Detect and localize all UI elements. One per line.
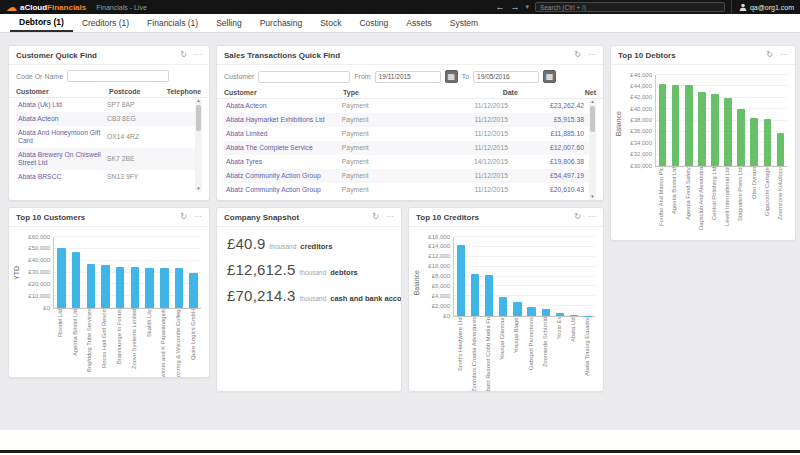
- refresh-icon[interactable]: ↻: [766, 51, 773, 59]
- menu-item-selling[interactable]: Selling: [207, 14, 251, 32]
- user-menu[interactable]: qa@org1.com: [731, 0, 794, 14]
- chart-bar[interactable]: [750, 118, 758, 166]
- calendar-icon[interactable]: ▦: [543, 70, 556, 83]
- y-tick-label: £0: [443, 313, 450, 319]
- chart-bar[interactable]: [724, 98, 732, 166]
- table-row[interactable]: Abata BRSCCSN13 9FY: [16, 170, 202, 184]
- column-header[interactable]: Postcode: [109, 88, 167, 95]
- chart-bar[interactable]: [513, 302, 521, 316]
- table-row[interactable]: Abata ActeonPayment11/12/2015£23,262.42: [224, 99, 596, 113]
- table-row[interactable]: Abata ActeonCB3 8EG: [16, 112, 202, 126]
- main-menu-bar: Debtors (1) Creditors (1) Financials (1)…: [0, 14, 800, 33]
- ellipsis-menu-icon[interactable]: ···: [588, 213, 596, 221]
- chart-bar[interactable]: [57, 248, 66, 308]
- menu-item-financials[interactable]: Financials (1): [138, 14, 207, 32]
- chart-bar[interactable]: [101, 265, 110, 308]
- chart-bar[interactable]: [116, 267, 125, 308]
- chart-bar[interactable]: [175, 268, 184, 308]
- column-header[interactable]: Net: [518, 89, 596, 96]
- table-row[interactable]: Abata LimitedPayment11/12/2015£11,885.10: [224, 127, 596, 141]
- back-arrow-icon[interactable]: ←: [495, 2, 504, 12]
- vertical-scrollbar[interactable]: ▲ ▼: [589, 99, 596, 200]
- y-tick-label: £32,000: [630, 151, 652, 157]
- from-date-input[interactable]: [375, 71, 441, 83]
- refresh-icon[interactable]: ↻: [574, 213, 581, 221]
- menu-item-system[interactable]: System: [441, 14, 487, 32]
- ellipsis-menu-icon[interactable]: ···: [780, 51, 788, 59]
- ellipsis-menu-icon[interactable]: ···: [194, 213, 202, 221]
- bar-cell: [172, 237, 187, 308]
- chart-bar[interactable]: [499, 297, 507, 316]
- bar-cell: [482, 237, 496, 316]
- ellipsis-menu-icon[interactable]: ···: [386, 213, 394, 221]
- menu-item-stock[interactable]: Stock: [311, 14, 350, 32]
- table-cell: £12,007.60: [510, 143, 586, 153]
- table-row[interactable]: Abata Haymarket Exhibitions LtdPayment11…: [224, 113, 596, 127]
- chart-bar[interactable]: [777, 133, 785, 166]
- refresh-icon[interactable]: ↻: [180, 51, 187, 59]
- refresh-icon[interactable]: ↻: [180, 213, 187, 221]
- chart-bar[interactable]: [542, 309, 550, 316]
- chart-bar[interactable]: [72, 252, 81, 308]
- menu-item-debtors[interactable]: Debtors (1): [10, 14, 73, 32]
- app-logo-text-accent[interactable]: Financials: [47, 3, 86, 12]
- app-logo-text[interactable]: aCloud: [20, 3, 47, 12]
- chart-bar[interactable]: [556, 313, 564, 316]
- column-header[interactable]: Type: [343, 89, 421, 96]
- table-row[interactable]: Abatz Community Action GroupPayment11/12…: [224, 169, 596, 183]
- chart-bar[interactable]: [131, 267, 140, 308]
- column-header[interactable]: Customer: [16, 88, 109, 95]
- table-row[interactable]: Abatz Community Action GroupPayment11/12…: [224, 183, 596, 197]
- column-header[interactable]: Customer: [224, 89, 343, 96]
- chart-bar[interactable]: [659, 84, 667, 166]
- scroll-up-icon[interactable]: ▲: [196, 98, 200, 104]
- forward-arrow-icon[interactable]: →: [510, 2, 519, 12]
- column-header[interactable]: Telephone: [167, 88, 202, 95]
- chart-bar[interactable]: [685, 85, 693, 166]
- menu-item-costing[interactable]: Costing: [350, 14, 397, 32]
- table-row[interactable]: Abata The Complete ServicePayment11/12/2…: [224, 141, 596, 155]
- menu-item-creditors[interactable]: Creditors (1): [73, 14, 138, 32]
- global-search-input[interactable]: [535, 2, 725, 12]
- x-axis-label-text: Zoomzone Kokoloco: [777, 167, 784, 231]
- history-caret-icon[interactable]: ▾: [525, 3, 529, 11]
- table-row[interactable]: Abata Brewery On Chiswell Street LtdSK7 …: [16, 148, 202, 170]
- table-row[interactable]: Abata TyresPayment14/12/2015£19,806.38: [224, 155, 596, 169]
- chart-bar[interactable]: [527, 307, 535, 316]
- customer-filter-input[interactable]: [258, 71, 350, 83]
- chart-bar[interactable]: [764, 119, 772, 166]
- vertical-scrollbar[interactable]: ▲ ▼: [195, 98, 202, 192]
- panel-title: Top 10 Debtors: [618, 51, 676, 60]
- column-header[interactable]: Date: [421, 89, 518, 96]
- chart-bar[interactable]: [737, 109, 745, 166]
- refresh-icon[interactable]: ↻: [372, 213, 379, 221]
- calendar-icon[interactable]: ▦: [445, 70, 458, 83]
- ellipsis-menu-icon[interactable]: ···: [194, 51, 202, 59]
- to-date-input[interactable]: [473, 71, 539, 83]
- chart-bar[interactable]: [672, 85, 680, 166]
- y-tick-label: £0: [43, 305, 50, 311]
- ellipsis-menu-icon[interactable]: ···: [588, 51, 596, 59]
- menu-item-assets[interactable]: Assets: [397, 14, 441, 32]
- table-row[interactable]: Abata (Uk) LtdSP7 8AP: [16, 98, 202, 112]
- chart-bar[interactable]: [189, 273, 198, 309]
- chart-bar[interactable]: [471, 274, 479, 316]
- chart-bar[interactable]: [711, 94, 719, 166]
- chart-bar[interactable]: [145, 268, 154, 308]
- chart-bar[interactable]: [87, 264, 96, 308]
- chart-bar[interactable]: [457, 245, 465, 316]
- scroll-down-icon[interactable]: ▼: [590, 194, 594, 200]
- chart-bar[interactable]: [570, 315, 578, 316]
- chart-bar[interactable]: [485, 275, 493, 316]
- scroll-down-icon[interactable]: ▼: [196, 186, 200, 192]
- scrollbar-thumb[interactable]: [196, 105, 201, 131]
- table-row[interactable]: Abata And Honeymoon Gift CardOX14 4RZ: [16, 126, 202, 148]
- chart-bar[interactable]: [698, 92, 706, 166]
- scrollbar-thumb[interactable]: [590, 106, 595, 132]
- refresh-icon[interactable]: ↻: [574, 51, 581, 59]
- table-cell: SK7 2BE: [105, 154, 160, 164]
- code-or-name-input[interactable]: [67, 70, 169, 82]
- chart-bar[interactable]: [160, 268, 169, 308]
- scroll-up-icon[interactable]: ▲: [590, 99, 594, 105]
- menu-item-purchasing[interactable]: Purchasing: [251, 14, 312, 32]
